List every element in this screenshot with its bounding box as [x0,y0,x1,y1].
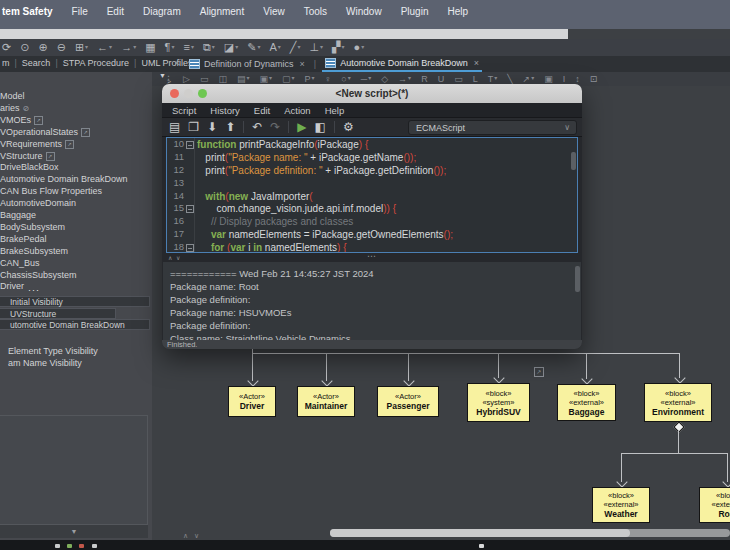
text-direction-icon[interactable]: ¶▾ [165,40,175,55]
panel-tab-search[interactable]: Search [22,58,51,68]
code-lines[interactable]: function printPackageInfo(iPackage) { pr… [197,139,575,253]
menu-item-plugin[interactable]: Plugin [401,6,429,17]
tree-item-brakepedal[interactable]: BrakePedal [0,234,152,246]
menu-item-help[interactable]: Help [447,6,468,17]
close-tab-icon[interactable]: × [474,58,479,68]
hierarchy-icon[interactable]: ⊥▾ [309,40,323,55]
open-script-icon[interactable]: ❐ [188,118,199,136]
dock-item-icon[interactable] [479,544,484,548]
tab-scroll-left-icon[interactable]: < [175,58,180,68]
export-icon[interactable]: ⬆ [225,118,235,136]
tree-item-vmoes[interactable]: VMOEs↗ [0,115,152,127]
panel-tab-stpa-procedure[interactable]: STPA Procedure [63,58,129,68]
tree-item-chassissubsystem[interactable]: ChassisSubsystem [0,270,152,282]
diagram-node-environment[interactable]: «block»«external»Environment [644,383,712,422]
dropdown-caret-icon[interactable]: ▾ [494,75,497,81]
menu-item-tools[interactable]: Tools [304,6,327,17]
console-vscrollbar-thumb[interactable] [575,266,580,292]
diagram-node-maintainer[interactable]: «Actor»Maintainer [297,386,355,417]
tree-item-truncated[interactable]: ··· [28,285,40,295]
dropdown-caret-icon[interactable]: ▾ [348,75,351,81]
tree-item-baggage[interactable]: Baggage [0,210,152,222]
script-menu-script[interactable]: Script [172,105,196,116]
tree-item-automotive-domain-breakdown[interactable]: Automotive Domain BreakDown [0,174,152,186]
diagram-node-driver[interactable]: «Actor»Driver [228,386,276,417]
run-icon[interactable]: ▶ [297,118,306,136]
dropdown-caret-icon[interactable]: ▾ [212,44,215,50]
dock-item-icon[interactable] [67,544,72,548]
align-icon[interactable]: ≡▾ [183,40,193,55]
code-editor[interactable]: 101112131415161718 function printPackage… [166,137,578,253]
diagram-node-passenger[interactable]: «Actor»Passenger [377,386,439,417]
tree-item-driveblackbox[interactable]: DriveBlackBox [0,162,152,174]
diagram-tab-automotive-domain-breakdown[interactable]: Automotive Domain BreakDown× [322,56,482,72]
canvas-pane-arrows[interactable]: ∧ ∨ [183,532,201,540]
tree-item-model[interactable]: Model [0,91,152,103]
dropdown-caret-icon[interactable]: ▾ [109,44,112,50]
color-set-icon[interactable]: ●▾ [354,40,365,55]
language-select[interactable]: ECMAScript ∨ [408,120,577,135]
dock-item-icon[interactable] [55,544,60,548]
tree-item-can-bus-flow-properties[interactable]: CAN Bus Flow Properties [0,186,152,198]
diagram-node-road[interactable]: «block»«external»Road [699,487,730,523]
dropdown-caret-icon[interactable]: ▾ [408,75,411,81]
fold-marker-icon[interactable] [186,205,194,213]
dropdown-caret-icon[interactable]: ▾ [246,75,249,81]
redo-icon[interactable]: ↷ [270,118,280,136]
dropdown-caret-icon[interactable]: ▾ [85,44,88,50]
dropdown-caret-icon[interactable]: ▾ [235,44,238,50]
tree-item-brakesubsystem[interactable]: BrakeSubsystem [0,246,152,258]
dock-item-icon[interactable] [92,544,97,548]
dropdown-caret-icon[interactable]: ▾ [171,44,174,50]
new-script-icon[interactable]: ▤ [169,118,180,136]
fill-color-icon[interactable]: ◪▾ [224,40,238,55]
app-menu-label[interactable]: tem Safety [2,6,53,17]
tree-item-driver[interactable]: Driver [0,281,152,293]
line-color-icon[interactable]: ✎▾ [247,40,260,55]
tree-item-voperationalstates[interactable]: VOperationalStates↗ [0,127,152,139]
refresh-icon[interactable]: ⟳ [2,40,11,55]
tree-item-vrequirements[interactable]: VRequirements↗ [0,139,152,151]
console-output[interactable]: ============ Wed Feb 21 14:45:27 JST 202… [163,262,581,340]
fit-view-icon[interactable]: ⊞▾ [75,40,88,55]
copy-style-icon[interactable]: ⧉▾ [203,40,215,55]
grid-icon[interactable]: ▦ [145,40,155,55]
property-row-uvstructure[interactable]: UVStructure [0,308,116,319]
zoom-actual-icon[interactable]: ⊙ [20,40,29,55]
splitter-handle[interactable]: ⋯ [162,251,582,261]
script-menu-action[interactable]: Action [284,105,310,116]
tree-item-vstructure[interactable]: VStructure↗ [0,151,152,163]
diagram-node-baggage[interactable]: «block»«external»Baggage [557,384,616,421]
diagram-tab-definition-of-dynamics[interactable]: Definition of Dynamics× [186,56,308,72]
tree-item-can-bus[interactable]: CAN_Bus [0,258,152,270]
tree-item-aries[interactable]: aries⊘ [0,103,152,115]
script-editor-window[interactable]: <New script>(*) ScriptHistoryEditActionH… [162,84,582,349]
target-tool-icon[interactable]: ⊡ [590,72,598,87]
dropdown-caret-icon[interactable]: ▾ [133,44,136,50]
close-tab-icon[interactable]: × [300,59,305,69]
clear-icon[interactable]: ◧ [315,118,326,136]
back-icon[interactable]: ←▾ [97,40,112,55]
dropdown-caret-icon[interactable]: ▾ [361,44,364,50]
tree-item-bodysubsystem[interactable]: BodySubsystem [0,222,152,234]
visibility-row-am-name-visibility[interactable]: am Name Visibility [8,358,82,368]
line-style-icon[interactable]: ╱▾ [290,40,301,55]
undo-icon[interactable]: ↶ [252,118,262,136]
dropdown-caret-icon[interactable]: ▾ [312,75,315,81]
menu-item-view[interactable]: View [263,6,285,17]
dropdown-caret-icon[interactable]: ▾ [297,44,300,50]
import-icon[interactable]: ⬇ [207,118,217,136]
dropdown-caret-icon[interactable]: ▾ [531,75,534,81]
menu-item-alignment[interactable]: Alignment [200,6,244,17]
zoom-in-icon[interactable]: ⊕ [38,40,47,55]
dropdown-caret-icon[interactable]: ▾ [368,75,371,81]
dropdown-caret-icon[interactable]: ▾ [292,75,295,81]
dropdown-caret-icon[interactable]: ▾ [269,75,272,81]
property-row-initial-visibility[interactable]: Initial Visibility [0,296,150,307]
panel-tab-m[interactable]: m [2,58,10,68]
layout-icon[interactable]: ▞▾ [332,40,344,55]
script-menu-history[interactable]: History [210,105,240,116]
canvas-hscrollbar-thumb[interactable] [330,529,630,537]
visibility-row-element-type-visibility[interactable]: Element Type Visibility [8,346,98,356]
diagram-node-hybridsuv[interactable]: «block»«system»HybridSUV [467,383,530,422]
